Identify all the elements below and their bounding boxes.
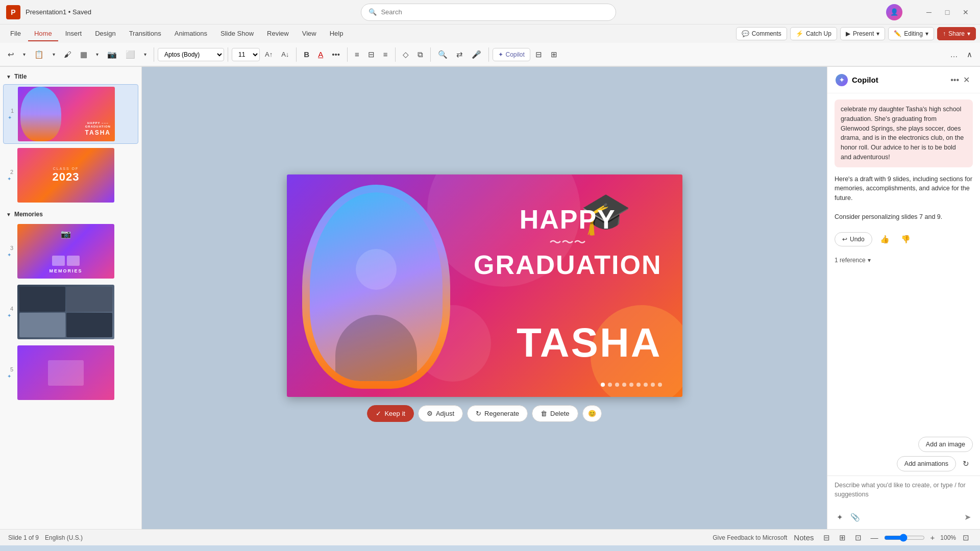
add-image-button[interactable]: Add an image: [918, 437, 973, 452]
search-input[interactable]: [381, 8, 608, 16]
reading-view-button[interactable]: ⊡: [852, 532, 864, 544]
tab-transitions[interactable]: Transitions: [123, 27, 167, 41]
slide-canvas[interactable]: 🎓 HAPPY 〜〜〜 GRADUATION TASHA: [287, 174, 682, 397]
font-size-selector[interactable]: 11: [232, 48, 260, 61]
find-button[interactable]: 🔍: [434, 47, 451, 62]
editing-button[interactable]: ✏️ Editing ▾: [888, 27, 934, 40]
maximize-button[interactable]: □: [939, 5, 955, 19]
paste-button[interactable]: 📋: [31, 47, 47, 62]
zoom-out-button[interactable]: —: [868, 532, 881, 543]
tab-slideshow[interactable]: Slide Show: [214, 27, 260, 41]
slide-thumb-5[interactable]: 5 ✦: [3, 343, 138, 402]
thumbs-down-button[interactable]: 👎: [897, 232, 914, 246]
keep-button[interactable]: ✓ Keep it: [367, 405, 413, 422]
ribbon-collapse-btn[interactable]: ∧: [963, 47, 976, 62]
slide-star-1: ✦: [8, 115, 12, 120]
align-button[interactable]: ≡: [380, 47, 391, 61]
title-chevron: ▼: [6, 74, 11, 80]
tab-review[interactable]: Review: [261, 27, 295, 41]
slide-view-btn[interactable]: ⊟: [532, 47, 546, 62]
copilot-attach-button[interactable]: 📎: [848, 511, 862, 524]
present-button[interactable]: ▶ Present ▾: [840, 27, 885, 40]
format-painter[interactable]: 🖌: [60, 47, 75, 61]
add-animations-button[interactable]: Add animations: [897, 456, 956, 471]
slide-thumb-1[interactable]: 1 ✦ HAPPY ~~~ GRADUATION TASHA: [3, 84, 138, 144]
copilot-send-button[interactable]: ➤: [962, 510, 973, 524]
tab-view[interactable]: View: [296, 27, 323, 41]
catchup-button[interactable]: ⚡ Catch Up: [790, 27, 837, 40]
separator-1: [154, 47, 154, 62]
increase-font-button[interactable]: A↑: [261, 48, 276, 61]
zoom-in-button[interactable]: +: [928, 532, 938, 543]
section-title-label: Title: [14, 73, 27, 80]
comments-button[interactable]: 💬 Comments: [736, 27, 787, 40]
undo-dropdown[interactable]: ▾: [19, 49, 29, 60]
undo-button-copilot[interactable]: ↩ Undo: [835, 232, 872, 246]
tab-home[interactable]: Home: [28, 27, 58, 41]
bold-button[interactable]: B: [300, 47, 313, 61]
dot-2: [608, 383, 612, 387]
slide-star-2: ✦: [7, 176, 11, 182]
happy-text: HAPPY: [474, 205, 662, 234]
search-box[interactable]: 🔍: [361, 4, 616, 21]
undo-button[interactable]: ↩: [4, 47, 18, 62]
shape-dropdown[interactable]: ▾: [140, 49, 150, 60]
reference-row[interactable]: 1 reference ▾: [835, 255, 973, 266]
thumbs-up-button[interactable]: 👍: [876, 232, 893, 246]
layout-dropdown[interactable]: ▾: [92, 49, 102, 60]
fit-window-button[interactable]: ⊡: [960, 532, 972, 544]
dictate-button[interactable]: 🎤: [468, 47, 485, 62]
copilot-button[interactable]: ✦ Copilot: [493, 48, 530, 61]
delete-button[interactable]: 🗑 Delete: [532, 405, 578, 422]
slide-thumb-3[interactable]: 3 ✦ 📷 MEMORIES: [3, 222, 138, 281]
refresh-suggestions-button[interactable]: ↻: [959, 457, 973, 471]
separator-5: [395, 47, 396, 62]
copilot-more-button[interactable]: •••: [948, 73, 961, 87]
normal-view-button[interactable]: ⊟: [821, 532, 832, 544]
tab-insert[interactable]: Insert: [59, 27, 88, 41]
notes-button[interactable]: Notes: [791, 532, 816, 543]
copilot-input[interactable]: [835, 481, 973, 507]
feedback-link[interactable]: Give Feedback to Microsoft: [713, 534, 787, 541]
copilot-sparkle-icon[interactable]: ✦: [835, 511, 845, 524]
copilot-close-button[interactable]: ✕: [961, 73, 972, 87]
ribbon-more-btn[interactable]: …: [946, 47, 961, 61]
slide-thumb-4[interactable]: 4 ✦: [3, 283, 138, 341]
tab-animations[interactable]: Animations: [168, 27, 213, 41]
slide-sorter-button[interactable]: ⊞: [837, 532, 848, 544]
slide-num-4: 4: [5, 306, 13, 312]
section-title[interactable]: ▼ Title: [3, 71, 138, 82]
portrait-inner: [310, 192, 443, 381]
minimize-button[interactable]: ─: [921, 5, 937, 19]
shapes-gallery[interactable]: ◇: [399, 47, 412, 62]
reference-text: 1 reference: [835, 257, 866, 264]
screenshot-button[interactable]: 📷: [104, 47, 120, 62]
tab-file[interactable]: File: [4, 27, 27, 41]
more-options[interactable]: •••: [328, 47, 344, 61]
slide-thumb-2[interactable]: 2 ✦ CLASS OF 2023: [3, 146, 138, 205]
numbered-list-button[interactable]: ⊟: [364, 47, 378, 62]
search-icon: 🔍: [369, 8, 377, 16]
share-icon: ↑: [943, 30, 946, 37]
font-selector[interactable]: Aptos (Body): [158, 48, 224, 61]
regenerate-button[interactable]: ↻ Regenerate: [467, 405, 528, 422]
replace-button[interactable]: ⇄: [453, 47, 467, 62]
section-memories[interactable]: ▼ Memories: [3, 209, 138, 220]
zoom-slider[interactable]: [884, 534, 925, 542]
share-button[interactable]: ↑ Share ▾: [937, 27, 976, 40]
slide-star-5: ✦: [7, 373, 11, 379]
paste-dropdown[interactable]: ▾: [49, 49, 59, 60]
arrange-button[interactable]: ⧉: [414, 47, 427, 62]
emoji-reaction-button[interactable]: 😊: [582, 405, 602, 422]
bullets-button[interactable]: ≡: [351, 47, 363, 61]
grid-view-btn[interactable]: ⊞: [547, 47, 561, 62]
tab-help[interactable]: Help: [324, 27, 350, 41]
avatar: 👤: [886, 4, 902, 20]
adjust-button[interactable]: ⚙ Adjust: [418, 405, 463, 422]
shape-button[interactable]: ⬜: [122, 47, 139, 62]
font-color-button[interactable]: A: [314, 47, 327, 61]
close-button[interactable]: ✕: [958, 5, 974, 19]
decrease-font-button[interactable]: A↓: [278, 48, 292, 61]
layout-button[interactable]: ▦: [77, 47, 91, 62]
tab-design[interactable]: Design: [89, 27, 121, 41]
